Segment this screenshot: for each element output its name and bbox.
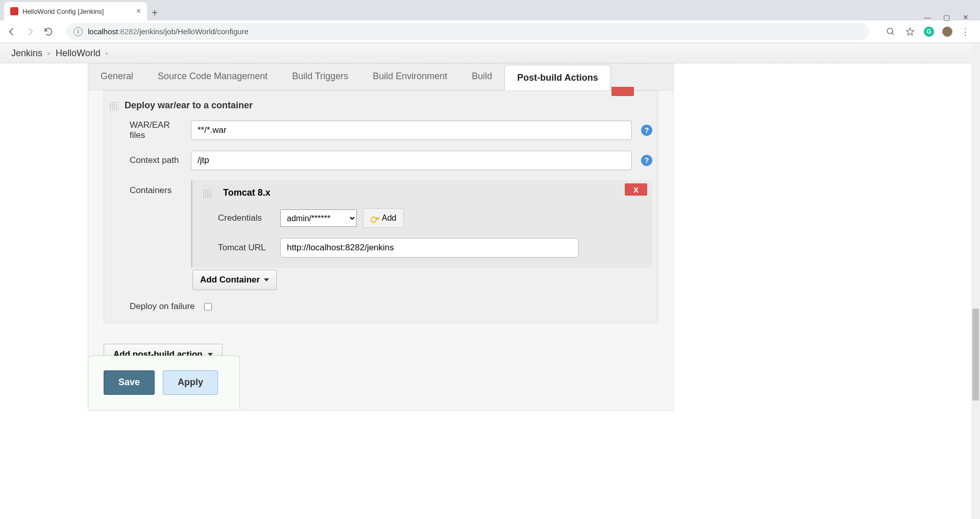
add-container-button[interactable]: Add Container <box>192 270 277 290</box>
tab-postbuild[interactable]: Post-build Actions <box>504 65 610 90</box>
reload-icon[interactable] <box>43 26 54 37</box>
container-title: Tomcat 8.x <box>223 187 271 198</box>
tab-title: HelloWorld Config [Jenkins] <box>22 8 132 15</box>
context-path-input[interactable] <box>191 151 632 170</box>
tab-general[interactable]: General <box>88 64 145 90</box>
add-container-label: Add Container <box>200 275 260 285</box>
tab-close-icon[interactable]: × <box>136 7 141 16</box>
window-controls: — ▢ ✕ <box>914 13 980 20</box>
breadcrumb: Jenkins ▸ HelloWorld ▸ <box>0 43 980 63</box>
config-body: Deploy war/ear to a container WAR/EAR fi… <box>88 90 673 323</box>
bookmark-star-icon[interactable] <box>904 26 916 37</box>
context-path-label: Context path <box>109 155 186 166</box>
tomcat-url-input[interactable] <box>280 238 579 257</box>
jenkins-favicon-icon <box>10 7 18 15</box>
svg-point-0 <box>887 28 893 34</box>
credentials-select[interactable]: admin/****** <box>280 209 357 227</box>
chevron-right-icon: ▸ <box>106 50 109 57</box>
remove-section-button[interactable] <box>611 87 634 96</box>
minimize-icon[interactable]: — <box>924 13 931 20</box>
scrollbar-thumb[interactable] <box>972 309 979 400</box>
page-scrollbar[interactable] <box>971 43 980 519</box>
key-icon <box>371 216 379 221</box>
close-icon[interactable]: ✕ <box>963 13 970 20</box>
grammarly-extension-icon[interactable]: G <box>924 27 934 37</box>
deploy-on-failure-label: Deploy on failure <box>109 301 195 312</box>
nav-forward-icon[interactable] <box>24 26 36 37</box>
tab-environment[interactable]: Build Environment <box>360 64 459 90</box>
help-icon[interactable]: ? <box>641 155 652 166</box>
breadcrumb-jenkins[interactable]: Jenkins <box>6 48 47 59</box>
tab-scm[interactable]: Source Code Management <box>145 64 280 90</box>
kebab-menu-icon[interactable]: ⋮ <box>961 26 970 37</box>
caret-down-icon <box>264 278 269 281</box>
add-credentials-label: Add <box>382 214 396 223</box>
toolbar-right: G ⋮ <box>881 26 974 37</box>
war-input[interactable] <box>191 121 632 140</box>
site-info-icon[interactable]: i <box>74 27 83 36</box>
save-bar: Save Apply <box>88 356 240 409</box>
war-label: WAR/EAR files <box>109 120 186 140</box>
profile-avatar-icon[interactable] <box>942 27 952 37</box>
zoom-icon[interactable] <box>885 26 896 37</box>
url-bar[interactable]: i localhost:8282/jenkins/job/HelloWorld/… <box>66 23 869 40</box>
url-text: localhost:8282/jenkins/job/HelloWorld/co… <box>88 27 249 36</box>
credentials-label: Credentials <box>218 213 274 223</box>
breadcrumb-helloworld[interactable]: HelloWorld <box>51 48 106 59</box>
maximize-icon[interactable]: ▢ <box>943 13 950 20</box>
section-title: Deploy war/ear to a container <box>125 100 253 111</box>
browser-tab[interactable]: HelloWorld Config [Jenkins] × <box>4 2 147 20</box>
add-credentials-button[interactable]: Add <box>363 208 404 228</box>
browser-toolbar: i localhost:8282/jenkins/job/HelloWorld/… <box>0 20 980 43</box>
new-tab-button[interactable]: + <box>147 5 162 20</box>
deploy-on-failure-checkbox[interactable] <box>204 303 212 311</box>
deploy-section: Deploy war/ear to a container WAR/EAR fi… <box>104 90 658 323</box>
drag-handle-icon[interactable] <box>109 102 118 111</box>
containers-label: Containers <box>109 185 186 196</box>
config-tabs: General Source Code Management Build Tri… <box>88 64 673 90</box>
container-block: X Tomcat 8.x Credentials admin/****** <box>191 180 652 268</box>
tomcat-url-label: Tomcat URL <box>218 243 274 253</box>
tab-build[interactable]: Build <box>459 64 504 90</box>
save-button[interactable]: Save <box>104 370 155 395</box>
tab-triggers[interactable]: Build Triggers <box>280 64 360 90</box>
help-icon[interactable]: ? <box>641 125 652 136</box>
remove-container-button[interactable]: X <box>625 183 647 196</box>
browser-tab-strip: HelloWorld Config [Jenkins] × + — ▢ ✕ <box>0 0 980 20</box>
drag-handle-icon[interactable] <box>203 189 212 198</box>
apply-button[interactable]: Apply <box>163 370 218 395</box>
nav-back-icon[interactable] <box>6 26 17 37</box>
